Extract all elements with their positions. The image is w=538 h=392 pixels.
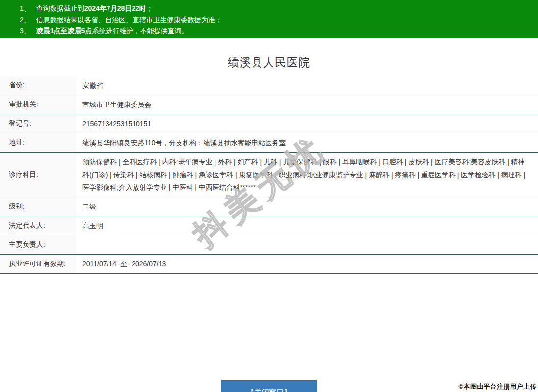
notice-text: 信息数据结果以各省、自治区、直辖市卫生健康委数据为准； (36, 16, 222, 24)
notice-line-3: 3、凌晨1点至凌晨5点系统进行维护，不能提供查询。 (20, 26, 538, 37)
notice-text-bold: 2024年7月28日22时 (84, 4, 146, 12)
notice-number: 2、 (20, 16, 30, 24)
table-row-level: 级别: 二级 (0, 197, 538, 216)
table-row-main-person-in-charge: 主要负责人: (0, 235, 538, 255)
row-label: 主要负责人: (0, 235, 76, 254)
upload-credit: ©本图由平台注册用户上传 (458, 382, 537, 391)
table-row-legal-representative: 法定代表人: 高玉明 (0, 216, 538, 235)
row-value: 绩溪县华阳镇良安路110号，分支机构：绩溪县抽水蓄能电站医务室 (76, 133, 538, 152)
row-label: 级别: (0, 197, 76, 216)
notice-number: 3、 (20, 27, 30, 35)
row-value: 宣城市卫生健康委员会 (76, 95, 538, 114)
notice-number: 1、 (20, 4, 30, 12)
row-value: 安徽省 (76, 76, 538, 95)
row-label: 省份: (0, 76, 76, 95)
notice-text: ； (146, 4, 153, 12)
row-value: 2011/07/14 -至- 2026/07/13 (76, 255, 538, 273)
row-label: 执业许可证有效期: (0, 255, 76, 273)
row-label: 诊疗科目: (0, 153, 76, 197)
row-value: 预防保健科 | 全科医疗科 | 内科:老年病专业 | 外科 | 妇产科 | 儿科… (76, 153, 538, 197)
close-window-button[interactable]: 【关闭窗口】 (221, 380, 317, 392)
table-row-license-validity: 执业许可证有效期: 2011/07/14 -至- 2026/07/13 (0, 255, 538, 274)
row-value: 215671342531510151 (76, 114, 538, 133)
notice-text-bold: 凌晨1点至凌晨5点 (36, 27, 92, 35)
table-row-approval-authority: 审批机关: 宣城市卫生健康委员会 (0, 95, 538, 114)
notice-banner: 1、查询数据截止到2024年7月28日22时； 2、信息数据结果以各省、自治区、… (0, 0, 538, 38)
notice-text: 系统进行维护，不能提供查询。 (92, 27, 188, 35)
table-row-registration-number: 登记号: 215671342531510151 (0, 114, 538, 133)
notice-line-2: 2、信息数据结果以各省、自治区、直辖市卫生健康委数据为准； (20, 14, 538, 26)
row-value (76, 235, 538, 254)
hospital-name-title: 绩溪县人民医院 (0, 55, 538, 70)
row-label: 审批机关: (0, 95, 76, 114)
notice-text: 查询数据截止到 (36, 4, 84, 12)
row-label: 地址: (0, 133, 76, 152)
table-row-address: 地址: 绩溪县华阳镇良安路110号，分支机构：绩溪县抽水蓄能电站医务室 (0, 133, 538, 153)
row-value: 二级 (76, 197, 538, 216)
notice-line-1: 1、查询数据截止到2024年7月28日22时； (20, 3, 538, 14)
row-label: 登记号: (0, 114, 76, 133)
row-label: 法定代表人: (0, 216, 76, 235)
table-row-medical-departments: 诊疗科目: 预防保健科 | 全科医疗科 | 内科:老年病专业 | 外科 | 妇产… (0, 153, 538, 197)
hospital-info-table: 省份: 安徽省 审批机关: 宣城市卫生健康委员会 登记号: 2156713425… (0, 76, 538, 274)
table-row-province: 省份: 安徽省 (0, 76, 538, 95)
row-value: 高玉明 (76, 216, 538, 235)
